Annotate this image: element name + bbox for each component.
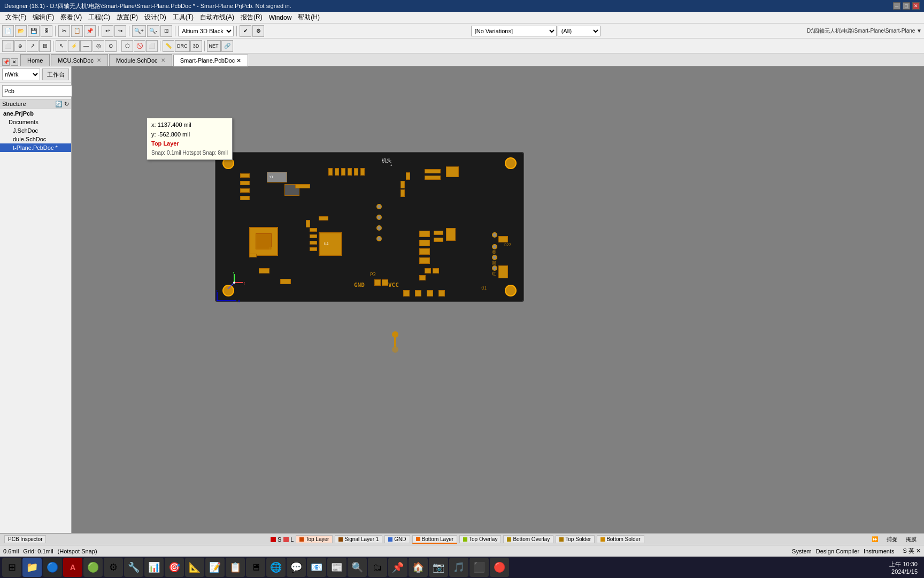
taskbar-altium[interactable]: A xyxy=(63,558,82,577)
taskbar-chrome[interactable]: 🔵 xyxy=(43,558,62,577)
workspace-btn[interactable]: 工作台 xyxy=(42,69,69,80)
minimize-button[interactable]: ─ xyxy=(893,2,900,10)
menu-view[interactable]: 察看(V) xyxy=(57,12,85,23)
tab-module-close[interactable]: ✕ xyxy=(161,57,165,63)
pcb-inspector-tab[interactable]: PCB Inspector xyxy=(4,535,46,543)
tb-magic-wand[interactable]: ⚡ xyxy=(68,40,80,52)
bottom-overlay-tab[interactable]: Bottom Overlay xyxy=(503,535,553,543)
close-button[interactable]: ✕ xyxy=(912,2,920,10)
tb-open[interactable]: 📂 xyxy=(15,25,27,37)
tab-module[interactable]: Module.SchDoc ✕ xyxy=(109,54,172,66)
maximize-button[interactable]: □ xyxy=(903,2,910,10)
tb-save-all[interactable]: 🗄 xyxy=(41,25,52,37)
tb-keepout[interactable]: 🚫 xyxy=(134,40,145,52)
taskbar-21[interactable]: 🎵 xyxy=(449,558,468,577)
tb-via[interactable]: ◎ xyxy=(93,40,104,52)
taskbar-7[interactable]: 🎯 xyxy=(165,558,184,577)
taskbar-5[interactable]: 🔧 xyxy=(124,558,143,577)
menu-report[interactable]: 报告(R) xyxy=(237,12,266,23)
taskbar-20[interactable]: 📷 xyxy=(429,558,448,577)
bottom-solder-tab[interactable]: Bottom Solder xyxy=(597,535,644,543)
taskbar-10[interactable]: 📋 xyxy=(226,558,245,577)
taskbar-16[interactable]: 🔍 xyxy=(348,558,367,577)
gnd-layer-tab[interactable]: GND xyxy=(384,535,410,543)
project-input[interactable] xyxy=(2,85,80,97)
menu-project[interactable]: 工程(C) xyxy=(85,12,113,23)
bottom-layer-tab[interactable]: Bottom Layer xyxy=(412,535,457,544)
signal-layer-tab[interactable]: Signal Layer 1 xyxy=(335,535,382,543)
top-layer-tab[interactable]: Top Layer xyxy=(296,535,333,543)
workspace-dropdown[interactable]: nWrk xyxy=(2,69,40,80)
taskbar-8[interactable]: 📐 xyxy=(185,558,204,577)
system-label[interactable]: System xyxy=(792,548,812,554)
tb-drc[interactable]: DRC xyxy=(175,40,190,52)
tab-pin[interactable]: 📌 xyxy=(2,58,10,66)
canvas-area[interactable]: x: 1137.400 mil y: -562.800 mil Top Laye… xyxy=(72,66,924,533)
design-compiler-label[interactable]: Design Compiler xyxy=(816,548,859,554)
top-solder-tab[interactable]: Top Solder xyxy=(556,535,595,543)
tree-item-pcbdoc[interactable]: t-Plane.PcbDoc * xyxy=(0,143,71,152)
tb-zoom-fit[interactable]: ⊡ xyxy=(160,25,172,37)
taskbar-11[interactable]: 🖥 xyxy=(246,558,265,577)
tb-pcb3d[interactable]: 3D xyxy=(190,40,202,52)
tb-zoom-out[interactable]: 🔍- xyxy=(147,25,159,37)
taskbar-18[interactable]: 📌 xyxy=(388,558,407,577)
structure-icons[interactable]: 🔄 ↻ xyxy=(55,101,69,108)
menu-autoroute[interactable]: 自动布线(A) xyxy=(197,12,237,23)
menu-help[interactable]: 帮助(H) xyxy=(295,12,323,23)
menu-edit[interactable]: 编辑(E) xyxy=(29,12,57,23)
tb-measure[interactable]: 📏 xyxy=(163,40,174,52)
tb-undo[interactable]: ↩ xyxy=(102,25,113,37)
tb-save[interactable]: 💾 xyxy=(28,25,40,37)
taskbar-23[interactable]: 🔴 xyxy=(490,558,509,577)
tb-pad[interactable]: ⊙ xyxy=(105,40,117,52)
tb-polygon[interactable]: ⬡ xyxy=(121,40,133,52)
menu-place[interactable]: 放置(P) xyxy=(113,12,141,23)
menu-design[interactable]: 设计(D) xyxy=(141,12,170,23)
instruments-label[interactable]: Instruments xyxy=(864,548,894,554)
tab-mcu-close[interactable]: ✕ xyxy=(97,57,101,63)
tab-close-all[interactable]: ✕ xyxy=(11,58,18,66)
tb-component[interactable]: ⊞ xyxy=(39,40,51,52)
tb-cut[interactable]: ✂ xyxy=(58,25,70,37)
tb-compile[interactable]: ⚙ xyxy=(252,25,264,37)
tb-select-all[interactable]: ⬜ xyxy=(2,40,14,52)
menu-file[interactable]: 文件(F) xyxy=(2,12,29,23)
tb-net-inspector[interactable]: NET xyxy=(207,40,221,52)
capture-btn[interactable]: 捕捉 xyxy=(883,536,900,543)
mask-btn[interactable]: 掩膜 xyxy=(903,536,920,543)
tb-cross-probe[interactable]: 🔗 xyxy=(221,40,233,52)
tab-pcbdoc[interactable]: Smart-Plane.PcbDoc ✕ xyxy=(173,55,249,66)
tb-route[interactable]: ⊕ xyxy=(14,40,26,52)
taskbar-explorer[interactable]: 📁 xyxy=(22,558,42,577)
tb-room[interactable]: ⬜ xyxy=(146,40,158,52)
top-overlay-tab[interactable]: Top Overlay xyxy=(459,535,501,543)
tb-track[interactable]: — xyxy=(80,40,92,52)
taskbar-13[interactable]: 💬 xyxy=(287,558,306,577)
menu-window[interactable]: Window xyxy=(266,13,295,22)
lang-indicator[interactable]: S 英 ✕ xyxy=(903,547,921,555)
all-select[interactable]: (All) xyxy=(558,26,600,36)
right-arrows[interactable]: ⏩ xyxy=(868,536,881,542)
tree-item-schdoc2[interactable]: dule.SchDoc xyxy=(0,135,71,143)
tb-copy[interactable]: 📋 xyxy=(71,25,83,37)
tb-redo[interactable]: ↪ xyxy=(114,25,126,37)
view-select[interactable]: Altium 3D Black Default xyxy=(178,26,234,36)
taskbar-4[interactable]: ⚙ xyxy=(104,558,123,577)
taskbar-17[interactable]: 🗂 xyxy=(368,558,387,577)
tb-validate[interactable]: ✔ xyxy=(240,25,251,37)
tb-paste[interactable]: 📌 xyxy=(84,25,96,37)
taskbar-22[interactable]: ⬛ xyxy=(469,558,489,577)
tab-mcu[interactable]: MCU.SchDoc ✕ xyxy=(51,54,108,66)
variations-select[interactable]: [No Variations] xyxy=(471,26,557,36)
tab-home[interactable]: Home xyxy=(20,54,50,66)
tree-item-documents[interactable]: Documents xyxy=(0,118,71,126)
taskbar-3[interactable]: 🟢 xyxy=(83,558,103,577)
tb-interactive-route[interactable]: ↗ xyxy=(27,40,38,52)
tb-arrow[interactable]: ↖ xyxy=(56,40,67,52)
taskbar-12[interactable]: 🌐 xyxy=(266,558,286,577)
taskbar-9[interactable]: 📝 xyxy=(205,558,225,577)
tree-item-prjpcb[interactable]: ane.PrjPcb xyxy=(0,109,71,118)
tb-new[interactable]: 📄 xyxy=(2,25,14,37)
tb-zoom-in[interactable]: 🔍+ xyxy=(132,25,146,37)
